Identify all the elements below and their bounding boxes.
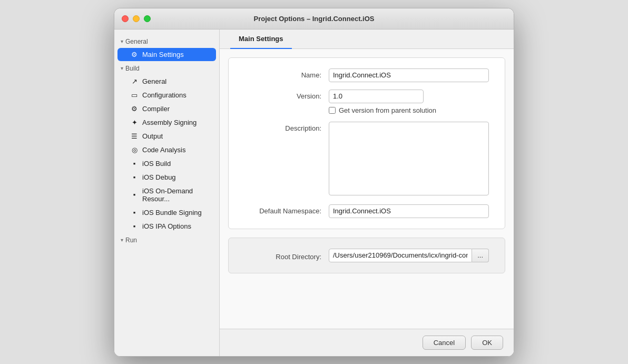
browse-button[interactable]: ... (472, 249, 489, 262)
sidebar-item-configurations[interactable]: ▭ Configurations (117, 88, 216, 102)
description-control (329, 122, 489, 197)
root-directory-section: Root Directory: ... (228, 238, 505, 273)
name-row: Name: (244, 68, 489, 82)
chevron-down-icon-2: ▾ (121, 65, 123, 71)
sidebar-item-ios-ondemand[interactable]: ▪ iOS On-Demand Resour... (117, 184, 216, 205)
root-directory-control: ... (329, 249, 489, 262)
project-options-window: Project Options – Ingrid.Connect.iOS ▾ G… (114, 8, 514, 357)
sidebar-item-main-settings-label: Main Settings (142, 51, 184, 58)
version-control: Get version from parent solution (329, 90, 489, 114)
ios-bundle-icon: ▪ (130, 209, 139, 217)
tab-main-settings[interactable]: Main Settings (230, 29, 292, 49)
sidebar-section-build-label: Build (125, 65, 140, 72)
version-row: Version: Get version from parent solutio… (244, 90, 489, 114)
sidebar-item-compiler-label: Compiler (142, 105, 170, 113)
ios-build-icon: ▪ (130, 160, 139, 168)
sidebar: ▾ General ⚙ Main Settings ▾ Build ↗ Gene… (114, 29, 220, 356)
root-directory-row: Root Directory: ... (244, 249, 489, 262)
compiler-icon: ⚙ (130, 105, 139, 113)
get-version-row: Get version from parent solution (329, 106, 489, 114)
output-icon: ☰ (130, 132, 139, 140)
ios-debug-icon: ▪ (130, 173, 139, 181)
sidebar-item-ios-ipa-label: iOS IPA Options (142, 222, 191, 230)
root-directory-label: Root Directory: (244, 250, 329, 261)
sidebar-item-ios-bundle-label: iOS Bundle Signing (142, 209, 202, 217)
cancel-button[interactable]: Cancel (423, 336, 466, 350)
sidebar-item-assembly-signing-label: Assembly Signing (142, 119, 197, 126)
sidebar-item-general[interactable]: ↗ General (117, 75, 216, 88)
sidebar-item-ios-debug[interactable]: ▪ iOS Debug (117, 171, 216, 184)
version-input[interactable] (329, 90, 424, 103)
sidebar-section-general[interactable]: ▾ General (114, 35, 219, 47)
default-namespace-row: Default Namespace: (244, 204, 489, 218)
gear-icon: ⚙ (130, 51, 139, 58)
name-label: Name: (244, 68, 329, 79)
titlebar: Project Options – Ingrid.Connect.iOS (114, 8, 514, 29)
sidebar-item-configurations-label: Configurations (142, 91, 187, 99)
name-control (329, 68, 489, 82)
window-title: Project Options – Ingrid.Connect.iOS (254, 15, 375, 23)
maximize-button[interactable] (144, 15, 151, 22)
default-namespace-input[interactable] (329, 204, 489, 218)
main-form-section: Name: Version: Get version from parent (228, 57, 505, 229)
sidebar-item-compiler[interactable]: ⚙ Compiler (117, 102, 216, 115)
root-directory-input[interactable] (329, 249, 472, 262)
version-label: Version: (244, 90, 329, 100)
main-content: Main Settings Name: Version: (220, 29, 514, 356)
sidebar-item-general-label: General (142, 77, 166, 85)
signing-icon: ✦ (130, 119, 139, 126)
window-body: ▾ General ⚙ Main Settings ▾ Build ↗ Gene… (114, 29, 514, 356)
sidebar-item-output[interactable]: ☰ Output (117, 130, 216, 143)
sidebar-item-ios-ipa[interactable]: ▪ iOS IPA Options (117, 220, 216, 233)
description-row: Description: (244, 122, 489, 197)
configurations-icon: ▭ (130, 91, 139, 99)
minimize-button[interactable] (133, 15, 140, 22)
close-button[interactable] (122, 15, 129, 22)
chevron-down-icon: ▾ (121, 38, 123, 44)
sidebar-section-build[interactable]: ▾ Build (114, 62, 219, 74)
sidebar-item-code-analysis[interactable]: ◎ Code Analysis (117, 143, 216, 156)
tabs-bar: Main Settings (220, 29, 514, 49)
code-analysis-icon: ◎ (130, 146, 139, 154)
ios-ipa-icon: ▪ (130, 222, 139, 230)
ios-ondemand-icon: ▪ (130, 191, 139, 199)
form-area: Name: Version: Get version from parent (220, 49, 514, 329)
sidebar-section-general-label: General (125, 38, 148, 45)
wrench-icon: ↗ (130, 77, 139, 85)
sidebar-item-ios-build[interactable]: ▪ iOS Build (117, 157, 216, 170)
sidebar-section-run-label: Run (125, 237, 137, 244)
sidebar-item-output-label: Output (142, 132, 163, 140)
description-textarea[interactable] (329, 122, 489, 195)
sidebar-item-ios-ondemand-label: iOS On-Demand Resour... (142, 187, 210, 203)
sidebar-item-code-analysis-label: Code Analysis (142, 146, 185, 154)
window-controls (122, 15, 151, 22)
name-input[interactable] (329, 68, 489, 82)
ok-button[interactable]: OK (471, 336, 503, 350)
sidebar-item-ios-build-label: iOS Build (142, 160, 171, 168)
chevron-right-icon: ▾ (121, 237, 123, 243)
default-namespace-control (329, 204, 489, 218)
sidebar-section-run[interactable]: ▾ Run (114, 233, 219, 246)
sidebar-item-main-settings[interactable]: ⚙ Main Settings (117, 48, 216, 61)
footer-buttons: Cancel OK (220, 329, 514, 356)
sidebar-item-assembly-signing[interactable]: ✦ Assembly Signing (117, 116, 216, 129)
sidebar-item-ios-debug-label: iOS Debug (142, 173, 176, 181)
default-namespace-label: Default Namespace: (244, 204, 329, 215)
description-label: Description: (244, 122, 329, 132)
sidebar-item-ios-bundle[interactable]: ▪ iOS Bundle Signing (117, 206, 216, 219)
get-version-label: Get version from parent solution (339, 106, 436, 114)
get-version-checkbox[interactable] (329, 107, 336, 114)
